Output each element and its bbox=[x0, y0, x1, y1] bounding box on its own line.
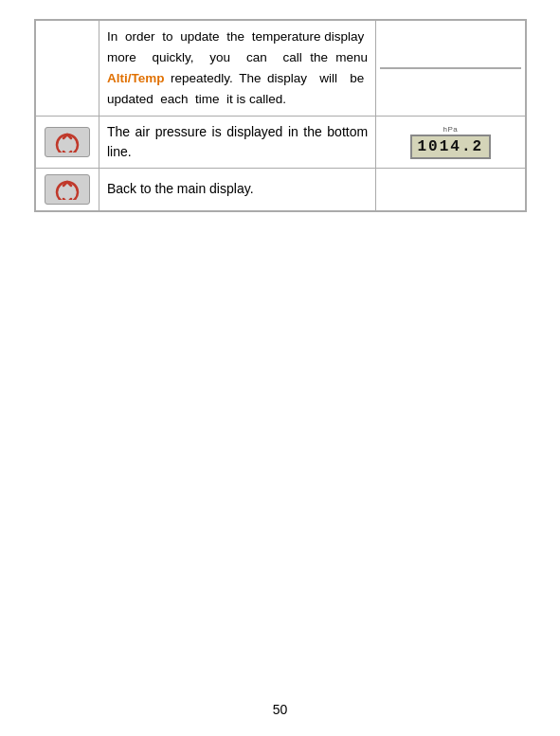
lcd-screen: 1014.2 bbox=[410, 135, 492, 159]
content-table: In order to update the temperature displ… bbox=[34, 19, 527, 212]
refresh-button-2[interactable] bbox=[45, 174, 90, 205]
lcd-wrapper: hPa 1014.2 bbox=[380, 125, 520, 159]
refresh-button-1[interactable] bbox=[45, 127, 90, 157]
refresh-icon-1 bbox=[54, 132, 81, 153]
refresh-icon-2 bbox=[54, 179, 81, 200]
table-row: The air pressure is displayed in the bot… bbox=[35, 116, 525, 168]
display-cell-3 bbox=[376, 168, 525, 210]
row3-text: Back to the main display. bbox=[107, 181, 254, 196]
display-cell-1 bbox=[376, 21, 525, 117]
display-cell-2: hPa 1014.2 bbox=[376, 116, 525, 168]
text-cell-3: Back to the main display. bbox=[99, 168, 375, 210]
menu-highlight: Alti/Temp bbox=[107, 71, 165, 85]
page-wrapper: In order to update the temperature displ… bbox=[0, 9, 560, 736]
table-row: In order to update the temperature displ… bbox=[35, 21, 525, 117]
row1-text: In order to update the temperature displ… bbox=[107, 29, 368, 106]
icon-cell-1 bbox=[35, 21, 99, 117]
icon-cell-3 bbox=[35, 168, 99, 210]
icon-cell-2 bbox=[35, 116, 99, 168]
table-row: Back to the main display. bbox=[35, 168, 525, 210]
text-cell-2: The air pressure is displayed in the bot… bbox=[99, 116, 375, 168]
lcd-label: hPa bbox=[443, 125, 458, 134]
empty-display-1 bbox=[380, 67, 520, 69]
row2-text: The air pressure is displayed in the bot… bbox=[107, 124, 368, 159]
text-cell-1: In order to update the temperature displ… bbox=[99, 21, 375, 117]
page-number: 50 bbox=[273, 702, 288, 717]
